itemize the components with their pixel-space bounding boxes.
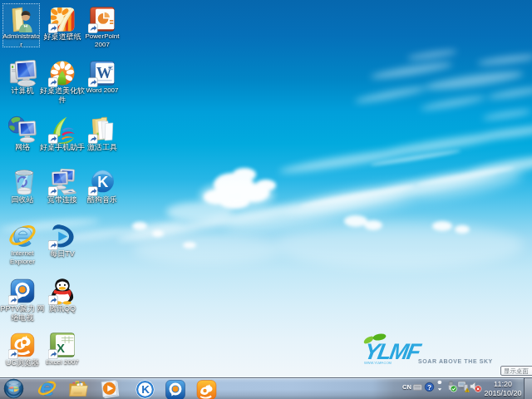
- svg-text:K: K: [97, 174, 108, 190]
- svg-text:X: X: [57, 342, 65, 355]
